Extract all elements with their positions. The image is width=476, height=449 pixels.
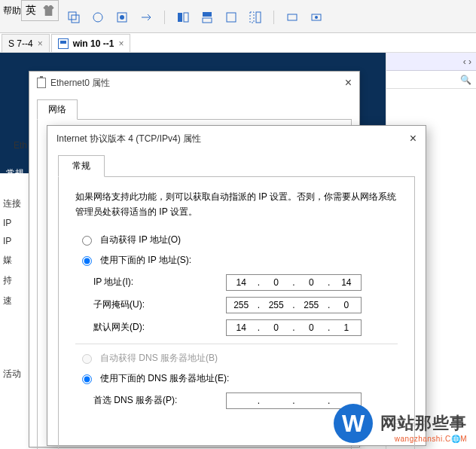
radio-use-dns-label: 使用下面的 DNS 服务器地址(E): xyxy=(100,372,229,385)
watermark-badge: W xyxy=(334,404,373,443)
tab-label: S 7--4 xyxy=(8,38,33,49)
radio-auto-ip[interactable]: 自动获得 IP 地址(O) xyxy=(78,234,398,246)
right-header: ‹ › xyxy=(386,53,476,71)
toolbar-btn-3[interactable] xyxy=(116,11,128,23)
ip-octet[interactable]: 0 xyxy=(298,277,324,288)
svg-rect-1 xyxy=(72,15,79,23)
radio-auto-dns-input xyxy=(82,354,92,364)
toolbar-btn-10[interactable] xyxy=(310,11,322,23)
tcpip-tab-general[interactable]: 常规 xyxy=(58,155,105,177)
close-icon[interactable]: × xyxy=(118,38,124,49)
eth-tab-network[interactable]: 网络 xyxy=(37,99,78,120)
svg-point-4 xyxy=(120,15,124,20)
ip-address-label: IP 地址(I): xyxy=(93,276,226,289)
ime-badge: 英 xyxy=(21,0,59,21)
svg-rect-12 xyxy=(288,14,297,20)
toolbar-btn-9[interactable] xyxy=(286,11,298,23)
divider xyxy=(75,344,398,344)
ip-octet[interactable]: 255 xyxy=(264,300,289,310)
radio-use-ip[interactable]: 使用下面的 IP 地址(S): xyxy=(78,254,398,267)
tcpip-properties-dialog: Internet 协议版本 4 (TCP/IPv4) 属性 × 常规 如果网络支… xyxy=(47,125,426,446)
svg-rect-10 xyxy=(250,12,254,23)
chevron-icon[interactable]: ‹ › xyxy=(463,57,471,67)
svg-rect-5 xyxy=(178,13,182,22)
svg-point-14 xyxy=(315,16,318,19)
svg-rect-11 xyxy=(256,12,261,23)
watermark: W 网站那些事 wangzhanshi.C🌐M xyxy=(334,404,467,443)
toolbar-btn-4[interactable] xyxy=(140,11,152,23)
ip-address-input[interactable]: 14. 0. 0. 14 xyxy=(226,274,362,291)
radio-use-dns-input[interactable] xyxy=(82,374,92,384)
search-icon: 🔍 xyxy=(460,75,471,85)
tcpip-description: 如果网络支持此功能，则可以获取自动指派的 IP 设置。否则，你需要从网络系统管理… xyxy=(75,189,398,220)
radio-auto-ip-input[interactable] xyxy=(82,236,92,246)
tab-label: win 10 --1 xyxy=(73,38,114,49)
tab-win10[interactable]: win 10 --1 × xyxy=(51,34,131,52)
radio-use-dns[interactable]: 使用下面的 DNS 服务器地址(E): xyxy=(78,372,398,385)
toolbar-btn-7[interactable] xyxy=(225,11,237,23)
ip-octet[interactable]: 0 xyxy=(298,322,324,333)
subnet-mask-input[interactable]: 255. 255. 255. 0 xyxy=(226,297,362,313)
ime-lang: 英 xyxy=(26,4,36,17)
close-icon[interactable]: × xyxy=(38,38,43,49)
right-search[interactable]: 🔍 xyxy=(386,71,476,89)
watermark-line1: 网站那些事 xyxy=(380,412,467,435)
tab-os7[interactable]: S 7--4 × xyxy=(2,34,50,52)
ip-octet[interactable]: 255 xyxy=(298,300,324,310)
shirt-icon xyxy=(43,5,55,16)
radio-auto-dns: 自动获得 DNS 服务器地址(B) xyxy=(78,352,398,365)
toolbar-divider-1 xyxy=(164,11,165,24)
svg-rect-9 xyxy=(227,13,236,22)
toolbar-btn-6[interactable] xyxy=(201,11,213,23)
svg-rect-6 xyxy=(184,13,188,22)
ip-octet[interactable]: 0 xyxy=(264,277,289,288)
watermark-line2: wangzhanshi.C🌐M xyxy=(380,435,467,443)
svg-rect-8 xyxy=(203,18,212,23)
ethernet-title-text: Ethernet0 属性 xyxy=(50,77,110,90)
tabbar: S 7--4 × win 10 --1 × xyxy=(0,33,476,53)
preferred-dns-label: 首选 DNS 服务器(P): xyxy=(93,394,226,407)
toolbar-btn-5[interactable] xyxy=(177,11,189,23)
disk-icon xyxy=(58,38,69,49)
tcpip-title-text: Internet 协议版本 4 (TCP/IPv4) 属性 xyxy=(56,133,201,145)
toolbar-btn-1[interactable] xyxy=(68,11,80,23)
svg-point-2 xyxy=(93,13,102,22)
ip-octet[interactable]: 1 xyxy=(334,322,359,333)
radio-auto-ip-label: 自动获得 IP 地址(O) xyxy=(100,234,181,246)
eth-label-bg: Eth xyxy=(14,140,27,151)
subnet-mask-label: 子网掩码(U): xyxy=(93,298,226,311)
ip-octet[interactable]: 14 xyxy=(228,322,254,333)
ip-octet[interactable]: 0 xyxy=(264,322,289,333)
adapter-icon xyxy=(37,78,46,88)
toolbar-btn-8[interactable] xyxy=(249,11,261,23)
radio-use-ip-input[interactable] xyxy=(82,256,92,266)
close-icon[interactable]: × xyxy=(410,132,416,145)
tcpip-titlebar[interactable]: Internet 协议版本 4 (TCP/IPv4) 属性 × xyxy=(47,126,426,151)
app-toolbar: 帮助(H) xyxy=(0,0,476,33)
toolbar-divider-2 xyxy=(273,11,274,24)
svg-rect-0 xyxy=(69,12,76,20)
svg-rect-7 xyxy=(203,12,212,17)
gateway-label: 默认网关(D): xyxy=(93,321,226,334)
gateway-input[interactable]: 14. 0. 0. 1 xyxy=(226,319,362,336)
toolbar-btn-2[interactable] xyxy=(92,11,104,23)
ethernet-titlebar[interactable]: Ethernet0 属性 × xyxy=(29,72,359,94)
ip-octet[interactable]: 14 xyxy=(334,277,359,288)
ip-octet[interactable]: 255 xyxy=(228,300,254,310)
close-icon[interactable]: × xyxy=(345,76,352,90)
radio-auto-dns-label: 自动获得 DNS 服务器地址(B) xyxy=(100,352,218,365)
ip-octet[interactable]: 0 xyxy=(334,300,359,310)
radio-use-ip-label: 使用下面的 IP 地址(S): xyxy=(100,254,191,267)
toolbar-icons xyxy=(68,11,322,24)
ip-octet[interactable]: 14 xyxy=(228,277,254,288)
